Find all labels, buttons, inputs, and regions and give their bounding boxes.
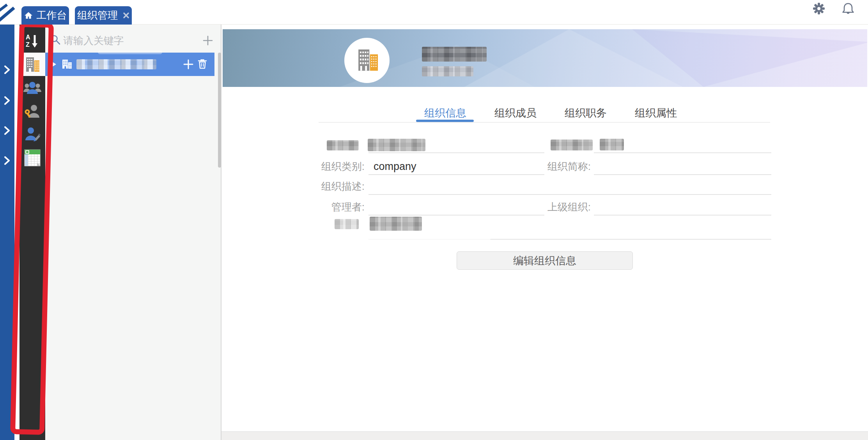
org-avatar bbox=[344, 38, 390, 83]
field-underline bbox=[368, 194, 771, 195]
svg-text:Z: Z bbox=[26, 41, 30, 48]
organization-building-icon bbox=[23, 55, 41, 73]
org-subtitle-redacted bbox=[422, 66, 473, 76]
user-edit-icon bbox=[23, 125, 41, 143]
tab-workbench-label: 工作台 bbox=[37, 9, 67, 22]
org-management-app: 工作台 组织管理 bbox=[0, 0, 868, 440]
tab-org-label: 组织管理 bbox=[77, 9, 118, 22]
field-value-redacted bbox=[368, 139, 425, 151]
tab-org-info-label: 组织信息 bbox=[424, 107, 466, 119]
expand-chevron-icon[interactable] bbox=[4, 96, 11, 105]
expand-chevron-icon[interactable] bbox=[4, 65, 11, 74]
field-underline bbox=[368, 152, 544, 153]
tab-org-positions-label: 组织职务 bbox=[565, 107, 607, 119]
expand-chevron-icon[interactable] bbox=[4, 156, 11, 165]
field-label-redacted bbox=[335, 219, 359, 229]
tab-org-members-label: 组织成员 bbox=[494, 107, 537, 119]
rail-item-report[interactable] bbox=[19, 146, 45, 170]
field-underline bbox=[594, 174, 771, 175]
field-underline bbox=[594, 215, 771, 216]
tab-org-members[interactable]: 组织成员 bbox=[486, 106, 545, 120]
bottom-footer-strip bbox=[221, 431, 868, 440]
tab-org-info[interactable]: 组织信息 bbox=[416, 106, 475, 120]
rail-item-user-edit[interactable] bbox=[19, 122, 45, 146]
field-value-redacted bbox=[600, 139, 624, 150]
expand-chevron-icon[interactable] bbox=[4, 126, 11, 135]
org-description-label: 组织描述: bbox=[273, 180, 365, 193]
field-underline bbox=[594, 152, 771, 153]
rail-item-members[interactable] bbox=[19, 77, 45, 100]
org-node-name-redacted bbox=[76, 59, 156, 69]
org-short-name-label: 组织简称: bbox=[499, 160, 591, 173]
rail-item-roles[interactable] bbox=[19, 100, 45, 123]
module-icon-rail: A Z bbox=[19, 25, 45, 440]
rail-item-organization[interactable] bbox=[19, 53, 45, 76]
notification-bell-icon[interactable] bbox=[841, 1, 856, 16]
collapsed-nav-strip bbox=[0, 25, 14, 440]
top-bar: 工作台 组织管理 bbox=[0, 0, 868, 25]
blur-smudge bbox=[366, 235, 491, 242]
corner-logo-fragment bbox=[0, 0, 17, 23]
tabs-baseline bbox=[319, 122, 770, 123]
delete-org-icon[interactable] bbox=[197, 58, 207, 69]
active-tab-underline bbox=[416, 120, 474, 122]
org-type-label: 组织类别: bbox=[273, 160, 365, 173]
banner-polygon-decor bbox=[632, 29, 867, 87]
edit-org-info-button[interactable]: 编辑组织信息 bbox=[457, 251, 633, 270]
field-underline bbox=[368, 215, 544, 216]
close-icon[interactable] bbox=[123, 12, 129, 19]
spreadsheet-icon bbox=[24, 149, 41, 167]
parent-org-label: 上级组织: bbox=[499, 200, 591, 214]
tab-org-positions[interactable]: 组织职务 bbox=[556, 106, 615, 120]
org-title-redacted bbox=[422, 47, 487, 62]
field-label-redacted bbox=[327, 140, 359, 150]
org-type-value[interactable]: company bbox=[374, 160, 416, 173]
search-input[interactable] bbox=[63, 33, 192, 48]
expand-caret-icon[interactable] bbox=[51, 61, 56, 68]
home-icon bbox=[24, 11, 33, 20]
add-child-org-icon[interactable] bbox=[183, 59, 193, 69]
rail-item-sort[interactable]: A Z bbox=[19, 29, 45, 53]
tree-scrollbar-thumb[interactable] bbox=[218, 53, 221, 168]
tab-org-management[interactable]: 组织管理 bbox=[75, 6, 132, 25]
tree-row-selected[interactable] bbox=[45, 53, 214, 76]
settings-gear-icon[interactable] bbox=[812, 2, 825, 15]
org-header-banner bbox=[223, 29, 867, 87]
svg-text:A: A bbox=[26, 34, 30, 41]
add-root-org-icon[interactable] bbox=[203, 35, 213, 46]
org-building-badge-icon bbox=[352, 45, 382, 76]
manager-label: 管理者: bbox=[273, 200, 365, 214]
user-group-icon bbox=[23, 80, 42, 97]
tab-org-attributes-label: 组织属性 bbox=[635, 107, 677, 119]
search-icon bbox=[50, 34, 61, 45]
sort-az-icon: A Z bbox=[24, 33, 41, 49]
field-value-redacted bbox=[370, 217, 422, 231]
field-label-redacted bbox=[551, 140, 593, 150]
blur-smudge bbox=[98, 50, 162, 54]
org-node-building-icon bbox=[61, 58, 73, 70]
tab-workbench[interactable]: 工作台 bbox=[21, 6, 69, 25]
edit-org-info-label: 编辑组织信息 bbox=[513, 254, 576, 268]
user-key-icon bbox=[23, 103, 41, 120]
field-underline bbox=[368, 174, 544, 175]
tab-org-attributes[interactable]: 组织属性 bbox=[627, 106, 685, 120]
org-detail-area: 组织信息 组织成员 组织职务 组织属性 组织类别: company 组织简称: bbox=[221, 25, 868, 440]
org-tree-panel bbox=[45, 25, 221, 440]
